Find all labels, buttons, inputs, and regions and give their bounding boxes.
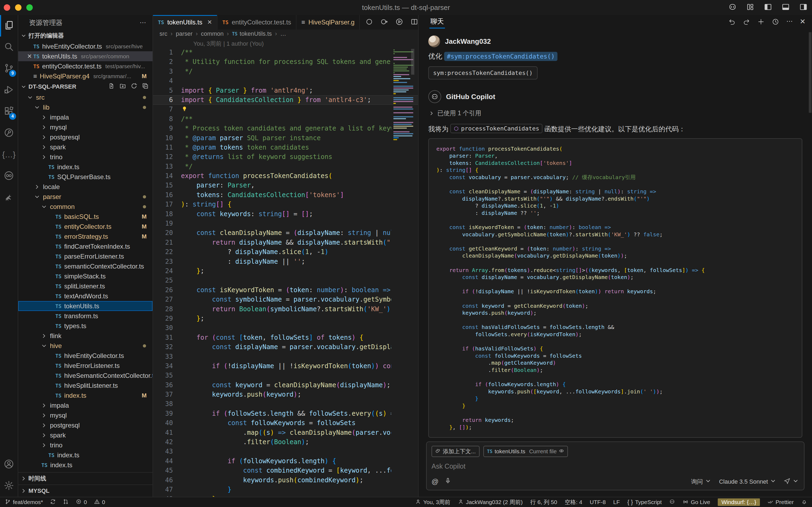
close-icon[interactable]: ✕ [800,18,806,26]
open-editor-item[interactable]: TSentityCollector.test.tstest/parser/hiv… [18,61,153,71]
sidebar-section-时间线[interactable]: 时间线 [18,472,153,485]
sidebar-section-MYSQL[interactable]: MYSQL [18,485,153,497]
panel-right-icon[interactable] [799,3,808,12]
chat-input-placeholder[interactable]: Ask Copilot [431,462,799,470]
status-item[interactable]: LF [613,499,620,505]
refresh-icon[interactable] [130,82,137,91]
open-editor-item[interactable]: ≡HiveSqlParser.g4src/grammar/...M [18,71,153,81]
tree-item[interactable]: common [18,202,153,212]
project-section-header[interactable]: DT-SQL-PARSER [18,81,153,92]
chat-input-box[interactable]: 添加上下文... TS tokenUtils.ts Current file A… [426,442,805,490]
tree-item[interactable]: test [18,470,153,472]
editor-tab[interactable]: TSentityCollector.test.ts [218,15,296,30]
tree-item[interactable]: TStransform.ts [18,311,153,321]
tree-item[interactable]: TSindex.ts [18,460,153,470]
tree-item[interactable]: impala [18,400,153,410]
tree-item[interactable]: trino [18,152,153,162]
new-file-icon[interactable] [108,82,115,91]
model-d ropdown[interactable]: Claude 3.5 Sonnet [719,477,776,486]
tree-item[interactable]: TSindex.ts [18,162,153,172]
traffic-minimize-button[interactable] [15,4,21,11]
layout-icon[interactable] [746,3,755,12]
status-item[interactable] [801,499,807,506]
symbol-chip[interactable]: processTokenCandidates [450,124,542,133]
status-item[interactable]: feat/demos* [5,499,43,506]
status-item[interactable]: { }TypeScript [627,499,661,505]
tree-item[interactable]: src [18,92,153,102]
tree-item[interactable]: TSsplitListener.ts [18,281,153,291]
send-button[interactable] [784,477,799,486]
tree-item[interactable]: TSfindCaretTokenIndex.ts [18,241,153,251]
tree-item[interactable]: TSsemanticContextCollector.ts [18,261,153,271]
new-folder-icon[interactable] [119,82,126,91]
chat-scrollbar[interactable] [809,32,811,113]
tab-chat[interactable]: 聊天 [430,17,444,28]
traffic-zoom-button[interactable] [26,4,33,11]
open-editors-header[interactable]: 打开的编辑器 [18,30,153,41]
open-editor-item[interactable]: TShiveEntityCollector.tssrc/parser/hive [18,41,153,51]
activity-accounts[interactable] [0,454,18,475]
tree-item[interactable]: impala [18,112,153,122]
tree-item[interactable]: TSentityCollector.tsM [18,222,153,231]
tree-item[interactable]: postgresql [18,132,153,142]
traffic-close-button[interactable] [4,4,10,11]
tree-item[interactable]: TSparseErrorListener.ts [18,251,153,261]
tree-item[interactable]: TShiveEntityCollector.ts [18,351,153,361]
current-file-chip[interactable]: TS tokenUtils.ts Current file [483,446,568,457]
tree-item[interactable]: TSsimpleStack.ts [18,271,153,281]
play-circle-icon[interactable] [395,18,403,27]
activity-extensions[interactable]: 4 [0,101,18,122]
tree-item[interactable]: TSbasicSQL.tsM [18,212,153,222]
editor-tab[interactable]: ≡HiveSqlParser.g [296,15,360,30]
redo-icon[interactable] [743,18,750,26]
tree-item[interactable]: lib [18,102,153,112]
circle-arrow-icon[interactable] [380,18,388,27]
close-icon[interactable]: ✕ [26,53,33,60]
status-item[interactable]: 0 [94,499,105,506]
breadcrumb-file[interactable]: tokenUtils.ts [240,30,272,37]
activity-run-debug[interactable] [0,79,18,101]
tree-item[interactable]: spark [18,430,153,440]
tree-item[interactable]: parser [18,192,153,202]
status-item[interactable]: UTF-8 [590,499,606,505]
symbol-reference-chip[interactable]: #sym:processTokenCandidates() [444,52,558,61]
history-icon[interactable] [772,18,779,26]
add-context-chip[interactable]: 添加上下文... [431,446,479,457]
tree-item[interactable]: mysql [18,122,153,132]
status-item[interactable] [50,499,56,506]
ellipsis-icon[interactable]: ⋯ [786,18,793,26]
status-item[interactable]: Prettier [767,499,794,506]
sidebar-more-actions-icon[interactable]: ⋯ [139,19,146,26]
breadcrumb-item[interactable]: parser [176,30,192,37]
references-toggle[interactable]: 已使用 1 个引用 [428,109,802,117]
status-item[interactable] [669,499,675,506]
tree-item[interactable]: TSindex.tsM [18,390,153,400]
activity-snippets[interactable]: {…} [0,144,18,165]
minimap[interactable] [393,48,414,497]
chat-code-block[interactable]: export function processTokenCandidates( … [428,138,802,438]
tree-item[interactable]: trino [18,440,153,450]
attachment-chip[interactable]: sym:processTokenCandidates() [428,66,537,79]
undo-icon[interactable] [728,18,736,26]
tree-item[interactable]: TSSQLParserBase.ts [18,172,153,182]
mic-icon[interactable] [445,477,451,486]
chat-messages[interactable]: JackWang032 优化 #sym:processTokenCandidat… [419,30,812,438]
status-item[interactable]: Go Live [683,499,710,506]
tree-item[interactable]: flink [18,331,153,341]
activity-source-control[interactable]: 9 [0,58,18,79]
tree-item[interactable]: hive [18,341,153,351]
status-item[interactable]: 空格: 4 [565,498,582,506]
status-item[interactable]: 0 [76,499,87,506]
status-item[interactable] [63,499,69,506]
tree-item[interactable]: mysql [18,410,153,420]
tree-item[interactable]: TStextAndWord.ts [18,291,153,301]
open-editor-item[interactable]: ✕TStokenUtils.tssrc/parser/common [18,51,153,61]
tree-item[interactable]: TShiveSplitListener.ts [18,381,153,390]
status-item[interactable]: JackWang032 (2 周前) [458,498,523,506]
mention-icon[interactable]: @ [431,477,439,486]
breadcrumb-tail[interactable]: … [280,30,286,37]
close-icon[interactable]: ✕ [207,19,212,26]
mode-dropdown[interactable]: 询问 [691,477,711,486]
copilot-icon[interactable] [728,3,737,12]
tree-item[interactable]: postgresql [18,420,153,430]
